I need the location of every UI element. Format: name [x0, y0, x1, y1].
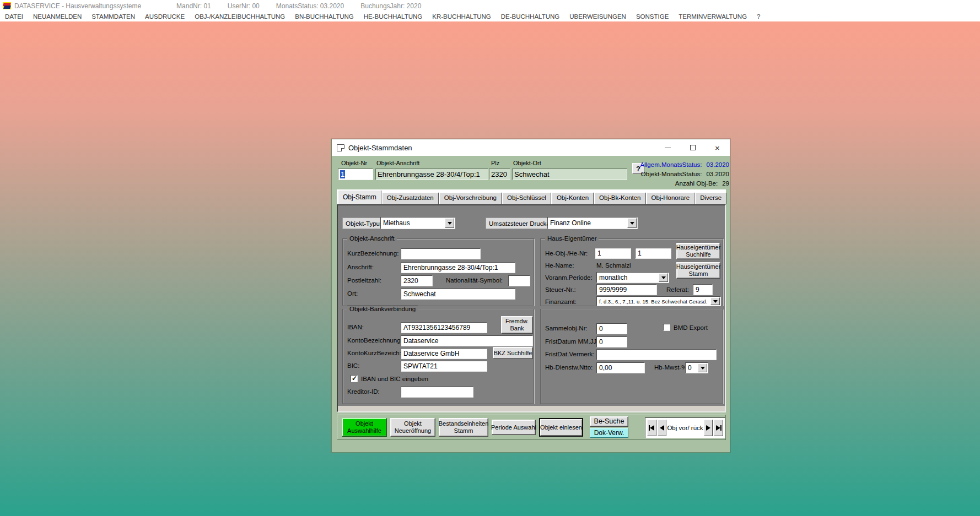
dropdown-arrow-icon[interactable]: [627, 218, 637, 228]
content-bottom-strip: [338, 406, 725, 411]
allgem-monatsstatus-value: 03.2020: [706, 161, 729, 168]
finanzamt-dropdown[interactable]: f. d.3., 6., 7.,11. u. 15. Bez Schwechat…: [596, 296, 721, 306]
tab-obj-bk-konten[interactable]: Obj-Bk-Konten: [594, 192, 645, 204]
objekt-ort-label: Objekt-Ort: [513, 160, 541, 166]
sammelobj-nr-input[interactable]: 0: [596, 323, 627, 334]
menu-de-buchhaltung[interactable]: DE-BUCHHALTUNG: [496, 13, 565, 20]
kontobezeichnung-input[interactable]: Dataservice: [401, 335, 533, 346]
umsatzsteuer-druckart-dropdown[interactable]: Finanz Online: [547, 217, 638, 229]
referat-input[interactable]: 9: [693, 284, 713, 295]
nav-prev-button[interactable]: [658, 420, 667, 436]
kontokurzbezeich-input[interactable]: Dataservice GmbH: [401, 348, 487, 359]
nationalitaet-symbol-input[interactable]: [508, 275, 530, 286]
menu-ausdrucke[interactable]: AUSDRUCKE: [140, 13, 190, 20]
he-obj-nr-input[interactable]: 1: [595, 248, 631, 259]
voranm-periode-dropdown[interactable]: monatlich: [596, 272, 669, 283]
menu-sonstige[interactable]: SONSTIGE: [631, 13, 674, 20]
button-line: Stamm: [454, 427, 473, 434]
tab-obj-zusatzdaten[interactable]: Obj-Zusatzdaten: [382, 192, 439, 204]
periode-auswahl-button[interactable]: Periode Auswahl: [492, 420, 536, 435]
objekt-typus-dropdown[interactable]: Miethaus: [380, 217, 455, 229]
menu-help[interactable]: ?: [752, 13, 765, 20]
he-nr-input[interactable]: 1: [635, 248, 671, 259]
bmd-export-checkbox[interactable]: [663, 324, 670, 331]
tab-diverse[interactable]: Diverse: [695, 192, 726, 204]
postleitzahl-label: Postleitzahl:: [347, 277, 381, 284]
dialog-titlebar[interactable]: Objekt-Stammdaten ×: [332, 139, 730, 156]
button-line: Fremdw.: [505, 318, 529, 325]
objekt-einlesen-button[interactable]: Objekt einlesen: [539, 418, 583, 437]
anzahl-obj-be-label: Anzahl Obj-Be:: [675, 180, 718, 187]
screen: DATASERVICE - Hausverwaltungssysteme Man…: [0, 0, 980, 516]
menu-terminverwaltung[interactable]: TERMINVERWALTUNG: [674, 13, 752, 20]
bestandseinheiten-stamm-button[interactable]: Bestandseinheiten Stamm: [439, 418, 488, 437]
dropdown-arrow-icon[interactable]: [445, 218, 454, 228]
menu-he-buchhaltung[interactable]: HE-BUCHHALTUNG: [359, 13, 428, 20]
postleitzahl-input[interactable]: 2320: [401, 275, 433, 286]
dropdown-arrow-icon[interactable]: [659, 273, 668, 282]
objekt-nr-input[interactable]: 1: [338, 169, 373, 180]
kreditor-id-label: Kreditor-ID:: [347, 388, 380, 395]
objekt-neueroeffnung-button[interactable]: Objekt Neueröffnung: [390, 418, 435, 437]
hb-dienstw-ntto-label: Hb-Dienstw.Ntto:: [545, 364, 593, 371]
umsatzsteuer-druckart-value: Finanz Online: [550, 219, 591, 227]
dropdown-arrow-icon[interactable]: [698, 363, 707, 372]
steuer-nr-label: Steuer-Nr.:: [545, 286, 576, 293]
footer-button-panel: Objekt Auswahlhilfe Objekt Neueröffnung …: [337, 415, 726, 440]
hb-mwst-dropdown[interactable]: 0: [685, 362, 708, 373]
fremdw-bank-button[interactable]: Fremdw. Bank: [501, 316, 533, 334]
menu-ueberweisungen[interactable]: ÜBERWEISUNGEN: [564, 13, 631, 20]
dok-verw-button[interactable]: Dok-Verw.: [590, 428, 628, 438]
form-icon: [337, 144, 344, 151]
button-line: Dok-Verw.: [594, 430, 624, 437]
fristdat-vermerk-input[interactable]: [596, 349, 717, 360]
steuer-nr-input[interactable]: 999/9999: [596, 284, 657, 295]
maximize-button[interactable]: [680, 139, 705, 156]
kurzbezeichnung-input[interactable]: [401, 248, 481, 259]
menu-kr-buchhaltung[interactable]: KR-BUCHHALTUNG: [427, 13, 496, 20]
menu-neuanmelden[interactable]: NEUANMELDEN: [28, 13, 87, 20]
status-usernr: UserNr: 00: [228, 2, 260, 10]
minimize-icon: [665, 148, 671, 148]
tab-obj-honorare[interactable]: Obj-Honorare: [647, 192, 695, 204]
nav-first-button[interactable]: [647, 420, 656, 436]
tab-obj-vorschreibung[interactable]: Obj-Vorschreibung: [439, 192, 502, 204]
hauseigentuemer-stamm-button[interactable]: Hauseigentümer Stamm: [676, 262, 720, 279]
menu-stammdaten[interactable]: STAMMDATEN: [87, 13, 140, 20]
button-line: Objekt: [356, 420, 373, 427]
menu-bn-buchhaltung[interactable]: BN-BUCHHALTUNG: [290, 13, 359, 20]
menu-datei[interactable]: DATEI: [0, 13, 28, 20]
objekt-auswahlhilfe-button[interactable]: Objekt Auswahlhilfe: [342, 418, 387, 437]
dropdown-arrow-icon[interactable]: [710, 297, 720, 305]
hb-mwst-label: Hb-Mwst-%:: [654, 364, 689, 371]
status-buchungsjahr: BuchungsJahr: 2020: [360, 2, 421, 10]
objekt-typus-value: Miethaus: [383, 219, 410, 227]
bic-input[interactable]: SPWTAT21: [401, 361, 487, 372]
app-titlebar: DATASERVICE - Hausverwaltungssysteme Man…: [0, 0, 980, 12]
menu-obj-kanzleibuchhaltung[interactable]: OBJ-/KANZLEIBUCHHALTUNG: [190, 13, 290, 20]
tab-obj-konten[interactable]: Obj-Konten: [552, 192, 594, 204]
tab-obj-stamm[interactable]: Obj-Stamm: [338, 190, 381, 204]
finanzamt-label: Finanzamt:: [545, 298, 577, 305]
iban-bic-checkbox-label: IBAN und BIC eingeben: [361, 376, 428, 382]
hauseigentuemer-suchhilfe-button[interactable]: Hauseigentümer Suchhilfe: [676, 243, 720, 259]
kreditor-id-input[interactable]: [401, 387, 473, 398]
be-suche-button[interactable]: Be-Suche: [590, 416, 628, 427]
ort-label: Ort:: [347, 290, 358, 297]
iban-input[interactable]: AT9321356123456789: [401, 322, 487, 333]
objekt-anschrift-label: Objekt-Anschrift: [376, 160, 419, 166]
anschrift-input[interactable]: Ehrenbrunngasse 28-30/4/Top:1: [401, 262, 515, 273]
button-line: Bank: [510, 325, 524, 332]
hb-dienstw-ntto-input[interactable]: 0,00: [596, 362, 645, 373]
close-button[interactable]: ×: [705, 139, 730, 156]
bkz-suchhilfe-button[interactable]: BKZ Suchhilfe: [493, 347, 533, 359]
minimize-button[interactable]: [655, 139, 680, 156]
ort-input[interactable]: Schwechat: [401, 289, 515, 300]
button-line: Hauseigentümer: [676, 244, 721, 251]
voranm-periode-label: Voranm.Periode:: [545, 274, 593, 281]
iban-bic-checkbox[interactable]: [351, 375, 358, 382]
tab-obj-schluessel[interactable]: Obj-Schlüssel: [502, 192, 551, 204]
nav-next-button[interactable]: [704, 420, 713, 436]
fristdatum-input[interactable]: 0: [596, 336, 627, 347]
nav-last-button[interactable]: [714, 420, 723, 436]
